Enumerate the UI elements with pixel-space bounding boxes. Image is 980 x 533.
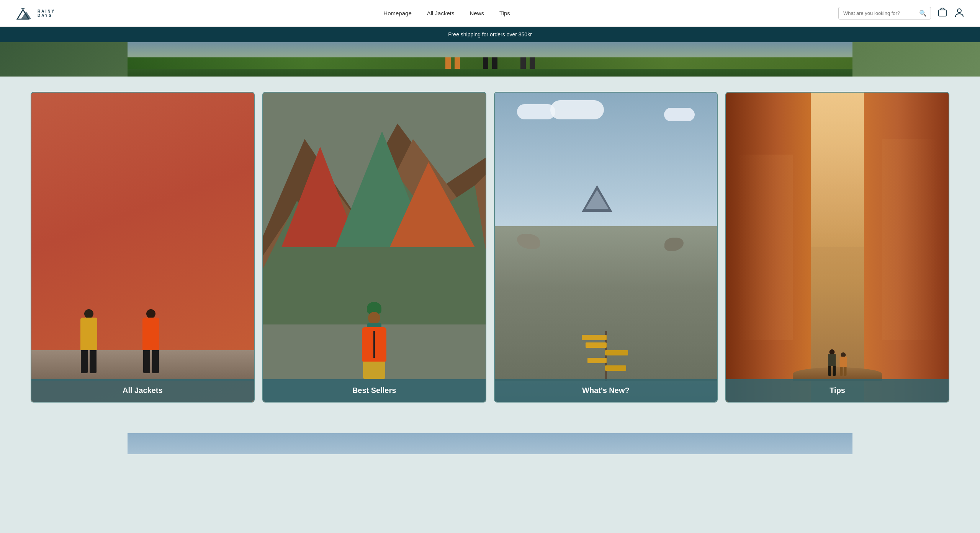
card-best-sellers[interactable]: Best Sellers — [262, 92, 486, 403]
search-input[interactable] — [839, 8, 915, 19]
hero-strip — [0, 42, 980, 77]
card-label-best-sellers: Best Sellers — [263, 379, 486, 402]
card-label-all-jackets: All Jackets — [31, 379, 254, 402]
category-grid: All Jackets — [31, 92, 949, 403]
cart-icon — [937, 9, 948, 20]
card-label-tips: Tips — [726, 379, 949, 402]
card-all-jackets[interactable]: All Jackets — [31, 92, 255, 403]
shipping-banner: Free shipping for orders over 850kr — [0, 27, 980, 42]
card-whats-new[interactable]: What's New? — [494, 92, 718, 403]
card-tips[interactable]: Tips — [725, 92, 949, 403]
user-icon — [954, 9, 965, 20]
search-box: 🔍 — [838, 7, 931, 20]
search-button[interactable]: 🔍 — [915, 7, 931, 19]
nav-right: 🔍 — [838, 7, 965, 20]
navbar: RAINY DAYS Homepage All Jackets News Tip… — [0, 0, 980, 27]
bottom-mountain-image — [128, 433, 853, 454]
nav-all-jackets[interactable]: All Jackets — [427, 10, 455, 16]
nav-homepage[interactable]: Homepage — [383, 10, 411, 16]
nav-tips[interactable]: Tips — [499, 10, 510, 16]
logo[interactable]: RAINY DAYS — [15, 6, 55, 21]
logo-icon — [15, 6, 34, 21]
cart-button[interactable] — [937, 7, 948, 20]
nav-news[interactable]: News — [470, 10, 484, 16]
hero-image — [128, 42, 853, 77]
logo-text: RAINY DAYS — [38, 9, 55, 18]
card-label-whats-new: What's New? — [495, 379, 717, 402]
svg-marker-1 — [21, 11, 31, 19]
user-button[interactable] — [954, 7, 965, 20]
main-content: All Jackets — [0, 77, 980, 433]
nav-links: Homepage All Jackets News Tips — [383, 10, 510, 17]
svg-rect-4 — [939, 10, 946, 16]
bottom-strip-container — [0, 433, 980, 454]
svg-point-5 — [957, 9, 961, 13]
search-icon: 🔍 — [919, 10, 927, 16]
